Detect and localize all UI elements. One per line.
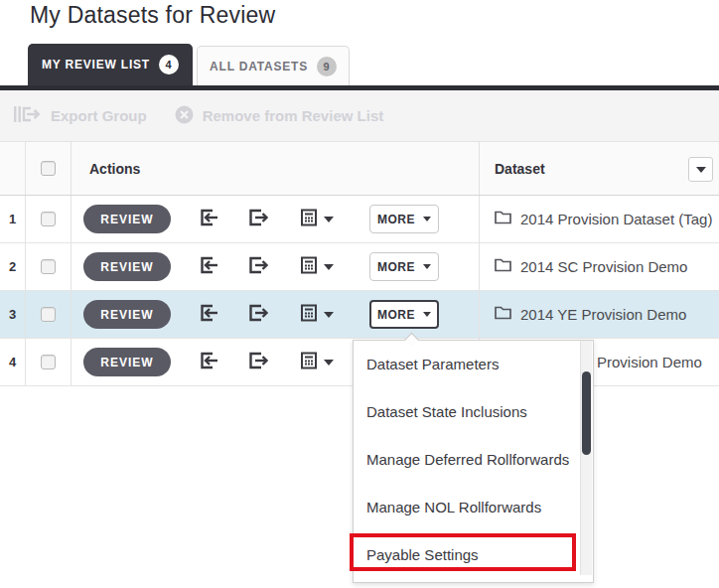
folder-icon — [495, 257, 511, 276]
export-button[interactable] — [248, 255, 269, 279]
import-icon — [199, 208, 219, 231]
row-dataset-cell: 2014 SC Provision Demo — [480, 243, 719, 290]
calculate-menu-button[interactable] — [300, 209, 334, 230]
review-button[interactable]: REVIEW — [83, 348, 171, 376]
import-icon — [199, 303, 219, 327]
remove-circle-x-icon — [175, 105, 194, 127]
export-icon — [248, 351, 269, 374]
export-group-button[interactable]: Export Group — [14, 104, 147, 127]
page-title: My Datasets for Review — [30, 2, 275, 29]
row-checkbox-cell — [26, 339, 72, 385]
header-checkbox-cell — [26, 142, 72, 195]
row-number: 4 — [0, 339, 26, 385]
menu-item[interactable]: Dataset Parameters — [354, 341, 593, 388]
export-button[interactable] — [248, 303, 269, 327]
remove-from-review-label: Remove from Review List — [203, 107, 384, 124]
more-button[interactable]: MORE — [369, 205, 439, 233]
calculate-menu-button[interactable] — [300, 304, 334, 326]
tab-count-badge: 4 — [159, 55, 179, 74]
folder-icon — [495, 305, 511, 324]
review-button[interactable]: REVIEW — [83, 252, 171, 281]
row-checkbox-cell — [26, 291, 72, 338]
row-checkbox-cell — [26, 196, 72, 242]
export-icon — [248, 208, 269, 231]
table-row: 1 REVIEW — [0, 196, 719, 243]
calculate-menu-button[interactable] — [300, 256, 334, 278]
import-button[interactable] — [199, 208, 219, 231]
row-checkbox[interactable] — [41, 259, 56, 274]
row-checkbox[interactable] — [41, 212, 56, 226]
row-checkbox[interactable] — [41, 307, 56, 322]
more-button-label: MORE — [377, 260, 415, 274]
more-button-label: MORE — [377, 308, 415, 322]
toolbar: Export Group Remove from Review List — [0, 90, 719, 141]
export-group-icon — [14, 104, 42, 127]
chevron-down-icon — [324, 264, 334, 270]
chevron-down-icon — [324, 312, 334, 318]
row-dataset-cell: 2014 YE Provision Demo — [480, 291, 719, 338]
row-checkbox-cell — [26, 243, 72, 290]
dataset-name[interactable]: 2014 Provision Dataset (Tag) — [520, 211, 712, 227]
table-row: 2 REVIEW — [0, 243, 719, 291]
chevron-down-icon — [423, 264, 431, 269]
remove-from-review-button[interactable]: Remove from Review List — [175, 105, 384, 127]
dataset-name[interactable]: Provision Demo — [597, 354, 702, 370]
more-button[interactable]: MORE — [369, 252, 439, 281]
import-icon — [199, 255, 219, 279]
chevron-down-icon — [324, 217, 334, 222]
export-group-label: Export Group — [51, 107, 147, 124]
scrollbar-thumb[interactable] — [582, 371, 591, 455]
import-icon — [199, 351, 219, 374]
menu-item[interactable]: Payable Settings — [354, 531, 593, 579]
row-actions-cell: REVIEW — [72, 196, 480, 242]
calculate-menu-button[interactable] — [300, 352, 334, 373]
actions-column-header: Actions — [89, 161, 140, 177]
menu-item-list: Dataset ParametersDataset State Inclusio… — [354, 341, 593, 579]
import-button[interactable] — [199, 303, 219, 327]
more-button-label: MORE — [377, 213, 415, 226]
row-number: 3 — [0, 291, 26, 338]
menu-item[interactable]: Dataset State Inclusions — [354, 388, 593, 436]
chevron-down-icon — [423, 312, 431, 317]
tab-all-datasets[interactable]: ALL DATASETS 9 — [197, 46, 350, 85]
tab-my-review-list[interactable]: MY REVIEW LIST 4 — [28, 44, 193, 85]
chevron-down-icon — [423, 217, 431, 221]
export-button[interactable] — [248, 208, 269, 231]
more-dropdown-menu: Dataset ParametersDataset State Inclusio… — [353, 340, 594, 583]
dataset-name[interactable]: 2014 YE Provision Demo — [520, 306, 686, 323]
header-actions-cell: Actions — [72, 142, 480, 195]
tab-count-badge: 9 — [317, 57, 337, 76]
import-button[interactable] — [199, 351, 219, 374]
chevron-down-icon — [324, 360, 334, 366]
row-checkbox[interactable] — [41, 355, 56, 369]
review-button[interactable]: REVIEW — [83, 300, 171, 329]
review-button[interactable]: REVIEW — [83, 205, 171, 233]
table-row: 3 REVIEW — [0, 291, 719, 339]
calculator-icon — [300, 209, 318, 230]
menu-item[interactable]: Manage Deferred Rollforwards — [354, 436, 593, 484]
header-dataset-cell: Dataset — [480, 142, 719, 195]
export-icon — [248, 255, 269, 279]
more-button[interactable]: MORE — [369, 300, 439, 329]
menu-scrollbar[interactable] — [580, 341, 592, 575]
calculator-icon — [300, 304, 318, 326]
row-dataset-cell: 2014 Provision Dataset (Tag) — [480, 196, 719, 242]
tab-label: ALL DATASETS — [210, 60, 308, 74]
dataset-column-filter-button[interactable] — [688, 157, 713, 182]
import-button[interactable] — [199, 255, 219, 279]
dataset-name[interactable]: 2014 SC Provision Demo — [520, 258, 687, 275]
menu-item[interactable]: Manage NOL Rollforwards — [354, 484, 593, 531]
chevron-down-icon — [696, 167, 706, 173]
folder-icon — [495, 210, 511, 228]
row-actions-cell: REVIEW — [72, 243, 480, 290]
table-header-row: Actions Dataset — [0, 141, 719, 196]
calculator-icon — [300, 352, 318, 373]
export-button[interactable] — [248, 351, 269, 374]
header-number-cell — [0, 142, 26, 195]
tab-label: MY REVIEW LIST — [42, 58, 150, 72]
row-actions-cell: REVIEW — [72, 291, 480, 338]
row-number: 1 — [0, 196, 26, 242]
row-number: 2 — [0, 243, 26, 290]
export-icon — [248, 303, 269, 327]
select-all-checkbox[interactable] — [41, 161, 56, 176]
